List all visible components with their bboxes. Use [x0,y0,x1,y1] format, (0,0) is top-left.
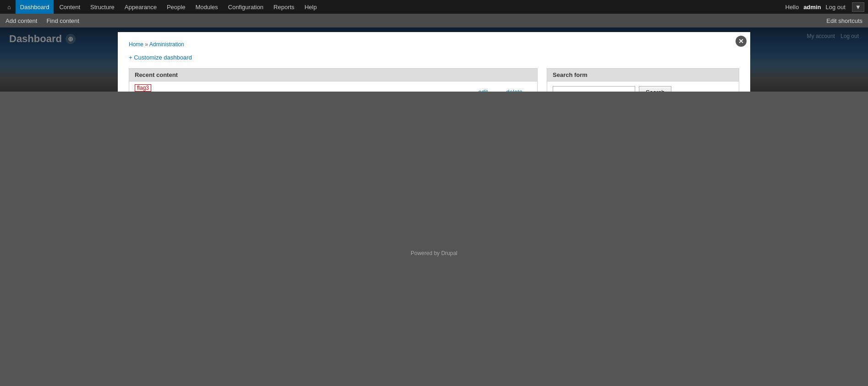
nav-item-help[interactable]: Help [300,0,321,14]
find-content-link[interactable]: Find content [46,15,79,27]
nav-item-people[interactable]: People [162,0,190,14]
nav-item-content[interactable]: Content [55,0,85,14]
breadcrumb-home[interactable]: Home [129,41,143,48]
content-title-flag3[interactable]: flag3 [135,84,151,92]
logout-link[interactable]: Log out [825,4,845,11]
nav-item-dashboard[interactable]: Dashboard [16,0,54,14]
page-background: Powered by Drupal [0,92,868,275]
modal-close-button[interactable]: ✕ [736,36,747,47]
nav-item-configuration[interactable]: Configuration [224,0,268,14]
secondary-nav: Add content Find content Edit shortcuts [0,14,868,27]
main-background: Dashboard ⊕ My account Log out Drupal Si… [0,27,868,92]
page-wrapper: ⌂ Dashboard Content Structure Appearance… [0,0,868,386]
secondary-nav-left: Add content Find content [5,15,79,27]
home-button[interactable]: ⌂ [4,0,15,14]
powered-by: Powered by Drupal [401,241,467,266]
top-nav: ⌂ Dashboard Content Structure Appearance… [0,0,868,14]
dropdown-button[interactable]: ▼ [852,2,864,12]
nav-item-structure[interactable]: Structure [86,0,119,14]
hello-text: Hello [786,4,799,11]
edit-shortcuts-link[interactable]: Edit shortcuts [826,17,863,24]
home-icon: ⌂ [7,4,11,11]
breadcrumb: Home » Administration [129,41,739,48]
admin-name: admin [803,4,821,11]
search-form-header: Search form [547,68,739,81]
modal-overlay: ✕ Home » Administration + Customize dash… [0,27,868,92]
recent-content-header: Recent content [129,68,538,81]
customize-dashboard-link[interactable]: + Customize dashboard [129,54,192,61]
nav-item-modules[interactable]: Modules [191,0,222,14]
breadcrumb-sep: » [145,41,148,48]
nav-right: Hello admin Log out ▼ [786,2,865,12]
breadcrumb-admin[interactable]: Administration [149,41,184,48]
nav-item-appearance[interactable]: Appearance [120,0,161,14]
nav-item-reports[interactable]: Reports [269,0,299,14]
nav-left: ⌂ Dashboard Content Structure Appearance… [4,0,786,14]
add-content-link[interactable]: Add content [5,15,37,27]
